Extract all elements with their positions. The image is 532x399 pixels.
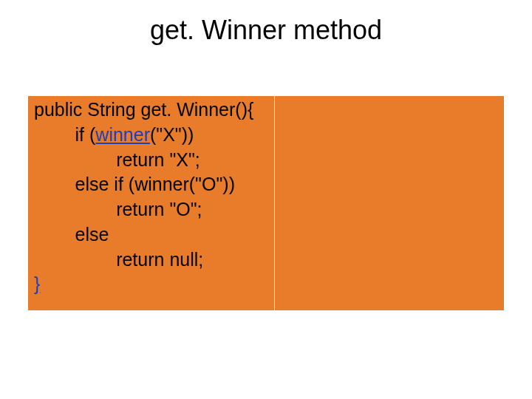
code-line-1: public String get. Winner(){ (34, 99, 253, 120)
code-line-5: return "O"; (34, 199, 202, 219)
code-line-7: return null; (34, 249, 203, 270)
page-title: get. Winner method (0, 15, 532, 46)
closing-brace-link[interactable]: } (34, 273, 40, 294)
code-line-6: else (34, 224, 109, 245)
code-line-2a: if ( (34, 124, 95, 145)
code-line-4: else if (winner("O")) (34, 174, 235, 194)
code-line-3: return "X"; (34, 149, 200, 170)
winner-link[interactable]: winner (95, 124, 150, 145)
code-line-2c: ("X")) (150, 124, 194, 145)
code-content: public String get. Winner(){ if (winner(… (31, 96, 274, 297)
code-block: public String get. Winner(){ if (winner(… (27, 95, 505, 312)
